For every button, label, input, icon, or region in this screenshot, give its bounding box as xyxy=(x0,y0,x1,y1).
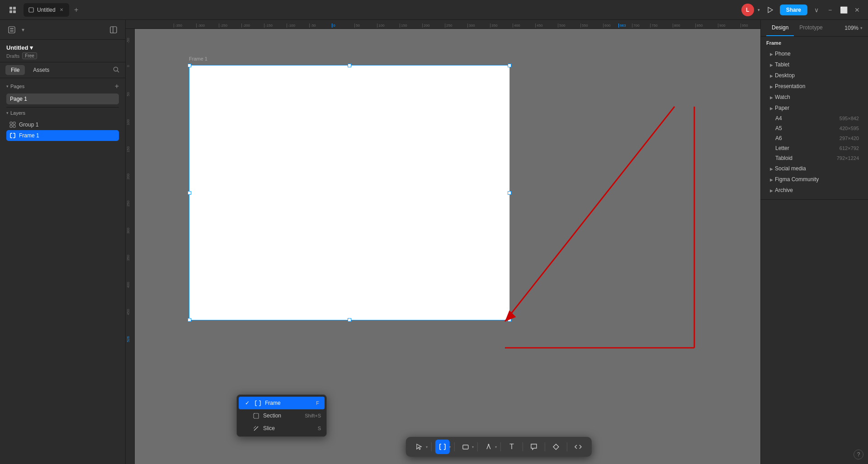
frame-option-phone[interactable]: ▶Phone xyxy=(766,48,863,59)
paper-expand-icon[interactable]: ▶ xyxy=(770,106,773,111)
phone-expand-icon[interactable]: ▶ xyxy=(770,52,773,56)
sidebar-tool-chevron[interactable]: ▾ xyxy=(22,27,24,33)
pen-tool-dropdown-icon[interactable]: ▾ xyxy=(495,445,497,449)
topbar-left: Untitled ✕ + xyxy=(5,3,82,17)
frame-handle-bm[interactable] xyxy=(348,318,351,322)
svg-point-11 xyxy=(114,67,118,71)
text-tool[interactable]: T xyxy=(505,440,519,454)
tab-prototype[interactable]: Prototype xyxy=(794,20,828,36)
svg-rect-3 xyxy=(13,10,16,13)
watch-expand-icon[interactable]: ▶ xyxy=(770,95,773,100)
frame-handle-tm[interactable] xyxy=(348,64,351,67)
page-item-1[interactable]: Page 1 xyxy=(6,94,119,104)
file-button[interactable]: File xyxy=(5,65,25,75)
toolbar-separator-6 xyxy=(545,442,545,451)
avatar-chevron-icon[interactable]: ▾ xyxy=(758,8,760,12)
paper-tabloid[interactable]: Tabloid 792×1224 xyxy=(772,153,863,163)
svg-line-31 xyxy=(254,426,256,428)
frame-handle-br[interactable] xyxy=(508,318,511,322)
play-button[interactable] xyxy=(764,4,776,16)
shape-tool-dropdown-icon[interactable]: ▾ xyxy=(472,445,474,449)
desktop-expand-icon[interactable]: ▶ xyxy=(770,74,773,78)
layers-section-header[interactable]: ▾ Layers xyxy=(6,110,119,116)
social-expand-icon[interactable]: ▶ xyxy=(770,167,773,171)
layer-frame1[interactable]: Frame 1 xyxy=(6,130,119,141)
section-icon xyxy=(252,412,259,419)
a4-dims: 595×842 xyxy=(840,116,859,121)
project-title-chevron-icon: ▾ xyxy=(30,44,33,51)
active-tab[interactable]: Untitled ✕ xyxy=(24,3,69,17)
code-tool[interactable] xyxy=(571,440,585,454)
tab-close-icon[interactable]: ✕ xyxy=(58,7,65,13)
project-title[interactable]: Untitled ▾ xyxy=(6,44,119,51)
frame-handle-ml[interactable] xyxy=(188,191,191,195)
share-button[interactable]: Share xyxy=(780,5,807,15)
zoom-control[interactable]: 109% ▾ xyxy=(844,20,863,36)
frame-container[interactable]: Frame 1 xyxy=(189,65,510,320)
canvas-area[interactable]: -350 -300 -250 -200 -150 -100 -50 0 50 1… xyxy=(126,20,760,464)
frame-tool-dropdown-icon[interactable]: ▾ xyxy=(449,445,451,449)
frame-option-watch[interactable]: ▶Watch xyxy=(766,92,863,103)
frame-tool[interactable] xyxy=(435,440,450,454)
move-tool-dropdown-icon[interactable]: ▾ xyxy=(426,445,428,449)
zoom-chevron-icon[interactable]: ▾ xyxy=(860,26,863,30)
frame-option-paper-header[interactable]: ▶Paper xyxy=(766,103,863,113)
paper-a6[interactable]: A6 297×420 xyxy=(772,133,863,143)
pages-section: ▾ Pages + Page 1 xyxy=(0,78,125,107)
add-tab-button[interactable]: + xyxy=(71,5,82,15)
pages-section-header[interactable]: ▾ Pages + xyxy=(6,83,119,90)
frame-handle-mr[interactable] xyxy=(508,191,511,195)
frame-option-tablet[interactable]: ▶Tablet xyxy=(766,59,863,70)
comment-tool[interactable] xyxy=(527,440,541,454)
paper-a4[interactable]: A4 595×842 xyxy=(772,113,863,123)
presentation-expand-icon[interactable]: ▶ xyxy=(770,84,773,89)
figma-community-expand-icon[interactable]: ▶ xyxy=(770,178,773,182)
svg-line-12 xyxy=(118,70,119,72)
shape-tool[interactable] xyxy=(458,440,473,454)
archive-label: Archive xyxy=(775,187,793,193)
frame-option-desktop[interactable]: ▶Desktop xyxy=(766,70,863,81)
social-label: Social media xyxy=(775,165,806,172)
archive-expand-icon[interactable]: ▶ xyxy=(770,188,773,193)
paper-letter[interactable]: Letter 612×792 xyxy=(772,143,863,153)
frame-tool-group: ▾ xyxy=(435,440,451,454)
layers-panel-icon[interactable] xyxy=(5,23,18,36)
frame-handle-bl[interactable] xyxy=(188,318,191,322)
frame-handle-tl[interactable] xyxy=(188,64,191,67)
tablet-expand-icon[interactable]: ▶ xyxy=(770,63,773,67)
frame-option-archive[interactable]: ▶Archive xyxy=(766,185,863,196)
frame-box[interactable] xyxy=(189,65,510,320)
pen-tool-group: ▾ xyxy=(481,440,497,454)
frame-handle-tr[interactable] xyxy=(508,64,511,67)
paper-a5[interactable]: A5 420×595 xyxy=(772,123,863,133)
zoom-label[interactable]: 109% xyxy=(844,25,859,31)
maximize-button[interactable]: ⬜ xyxy=(838,5,849,15)
home-icon[interactable] xyxy=(5,3,20,17)
pen-tool[interactable] xyxy=(481,440,496,454)
frame-option-social[interactable]: ▶Social media xyxy=(766,163,863,174)
add-page-button[interactable]: + xyxy=(115,83,119,90)
context-menu-section-label: Section xyxy=(263,412,281,419)
tab-design[interactable]: Design xyxy=(766,20,794,36)
frame-option-presentation[interactable]: ▶Presentation xyxy=(766,81,863,92)
search-button[interactable] xyxy=(113,66,120,75)
tablet-label: Tablet xyxy=(775,61,789,68)
ruler-marks: -350 -300 -250 -200 -150 -100 -50 0 50 1… xyxy=(126,20,760,28)
move-tool[interactable] xyxy=(412,440,427,454)
canvas-content[interactable]: Frame 1 ✓ xyxy=(135,29,760,464)
assets-button[interactable]: Assets xyxy=(28,65,55,75)
panel-toggle-button[interactable] xyxy=(107,23,120,36)
component-tool[interactable] xyxy=(549,440,563,454)
avatar[interactable]: L xyxy=(741,4,754,16)
a5-dims: 420×595 xyxy=(840,126,859,131)
frame-option-figma-community[interactable]: ▶Figma Community xyxy=(766,174,863,185)
layer-group1[interactable]: Group 1 xyxy=(6,119,119,130)
context-menu-section[interactable]: Section Shift+S xyxy=(237,409,326,422)
close-button[interactable]: ✕ xyxy=(852,5,863,15)
ruler-left-marks: -50 0 50 100 150 200 250 300 350 400 450… xyxy=(126,29,134,464)
context-menu-slice[interactable]: Slice S xyxy=(237,422,326,435)
chevron-up-icon[interactable]: ∨ xyxy=(811,5,822,15)
help-button[interactable]: ? xyxy=(854,450,863,459)
minimize-button[interactable]: − xyxy=(825,5,835,15)
context-menu-frame[interactable]: ✓ Frame F xyxy=(239,397,325,409)
